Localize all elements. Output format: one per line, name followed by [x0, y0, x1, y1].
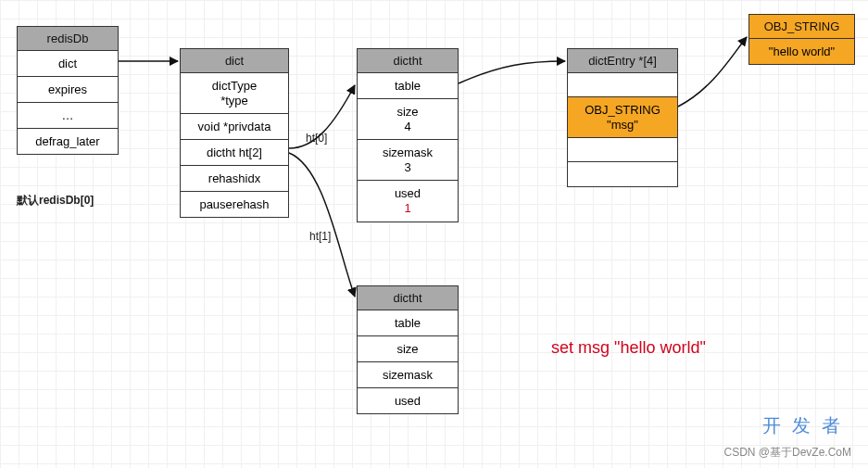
- dict-box: dict dictType *type void *privdata dicth…: [180, 48, 289, 218]
- dict-row-dicttype: dictType *type: [181, 73, 288, 114]
- dictht1-box: dictht table size sizemask used: [357, 285, 459, 414]
- dictentry-box: dictEntry *[4] OBJ_STRING"msg": [567, 48, 678, 187]
- redisdb-box: redisDb dict expires … defrag_later: [17, 26, 119, 155]
- dictht0-row-sizemask: sizemask3: [358, 140, 458, 181]
- objstring-header: OBJ_STRING: [749, 15, 854, 39]
- dict-row-privdata: void *privdata: [181, 114, 288, 140]
- dict-row-ht: dictht ht[2]: [181, 140, 288, 166]
- redisdb-header: redisDb: [18, 27, 118, 51]
- ht1-label: ht[1]: [309, 230, 331, 243]
- dictentry-header: dictEntry *[4]: [568, 49, 677, 73]
- dictht1-row-table: table: [358, 310, 458, 336]
- dictentry-row-msg: OBJ_STRING"msg": [568, 97, 677, 138]
- default-redisdb-label: 默认redisDb[0]: [17, 193, 94, 209]
- dictht1-row-sizemask: sizemask: [358, 362, 458, 388]
- dictht1-row-size: size: [358, 336, 458, 362]
- ht0-label: ht[0]: [306, 132, 327, 145]
- dictht1-row-used: used: [358, 388, 458, 413]
- dictht0-row-table: table: [358, 73, 458, 99]
- dictentry-row-0: [568, 73, 677, 97]
- redisdb-row-defrag: defrag_later: [18, 129, 118, 154]
- dict-header: dict: [181, 49, 288, 73]
- redisdb-row-expires: expires: [18, 77, 118, 103]
- redisdb-row-ellipsis: …: [18, 103, 118, 129]
- command-text: set msg "hello world": [551, 338, 706, 358]
- dict-row-pauserehash: pauserehash: [181, 192, 288, 217]
- dictht0-row-used: used1: [358, 181, 458, 221]
- objstring-box: OBJ_STRING "hello world": [748, 14, 855, 65]
- watermark-sub: CSDN @基于DevZe.CoM: [723, 445, 851, 461]
- dictht0-row-size: size4: [358, 99, 458, 140]
- objstring-value: "hello world": [749, 39, 854, 64]
- watermark-site: 开发者: [762, 413, 851, 438]
- redisdb-row-dict: dict: [18, 51, 118, 77]
- dictentry-row-2: [568, 138, 677, 162]
- dictht0-box: dictht table size4 sizemask3 used1: [357, 48, 459, 222]
- dictentry-row-3: [568, 162, 677, 186]
- dictht1-header: dictht: [358, 286, 458, 310]
- dict-row-rehashidx: rehashidx: [181, 166, 288, 192]
- dictht0-header: dictht: [358, 49, 458, 73]
